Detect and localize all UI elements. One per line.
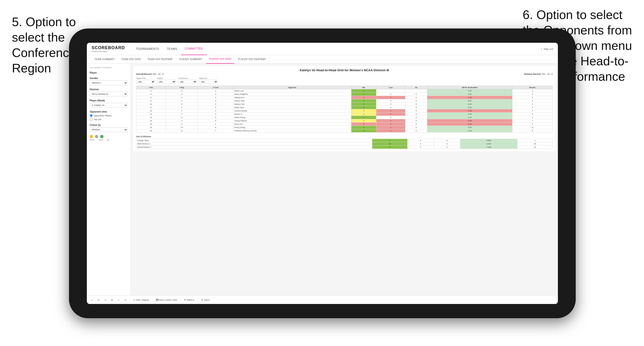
cell-opponent: Andrea York [233, 103, 351, 106]
cell-win: 1 [351, 119, 376, 123]
cell-rounds: 2 [512, 123, 552, 126]
division-select[interactable]: NCAA Division III [90, 92, 128, 96]
nav-teams[interactable]: TEAMS [163, 43, 181, 55]
out-cell-loss: 0 [407, 142, 434, 146]
subnav-team-summary[interactable]: TEAM SUMMARY [92, 55, 118, 64]
cell-loss: 2 [376, 113, 405, 116]
out-cell-tie: 0 [434, 146, 460, 149]
col-conf: # Conf [198, 86, 233, 89]
nav-committee[interactable]: COMMITTEE [181, 43, 207, 55]
out-cell-opponent: NCAA Division 2 [136, 146, 372, 149]
cell-opponent: Stella Cheng [233, 116, 351, 119]
col-reg: # Reg [166, 86, 198, 89]
cell-loss [376, 89, 405, 93]
cell-reg: 11 [166, 129, 198, 133]
division-record: Division Record: 331 - 34 - 6 [524, 73, 553, 75]
cell-conf: 3 [198, 103, 233, 106]
cell-reg: 3 [166, 89, 198, 93]
cell-div: 20 [136, 129, 166, 133]
subnav-player-summary[interactable]: PLAYER SUMMARY [176, 55, 205, 64]
out-cell-loss: 0 [407, 146, 434, 149]
cell-div: 16 [136, 119, 166, 123]
toolbar-view-original[interactable]: ⊙ View: Original [132, 298, 150, 302]
gender-select[interactable]: Women's [90, 80, 128, 85]
out-cell-opponent: Foreign Team [136, 139, 372, 142]
subnav-player-h2h-heatmap[interactable]: PLAYER H2H HEATMAP [235, 55, 269, 64]
colour-select[interactable]: Win/loss [90, 127, 128, 132]
nav-tournaments[interactable]: TOURNAMENTS [132, 43, 163, 55]
cell-loss: 2 [376, 123, 405, 126]
player-section: Player [90, 71, 128, 74]
cell-opponent: Alexis Sudjianto [233, 93, 351, 96]
out-cell-rounds: 30 [517, 142, 552, 146]
cell-rounds: 3 [512, 96, 552, 99]
cell-diff: 4.00 [427, 103, 512, 106]
out-cell-win: 1 [372, 139, 407, 142]
subnav-team-h2h-grid[interactable]: TEAM H2H GRID [118, 55, 144, 64]
player-rank-select[interactable]: 8. Katelyn Vo [90, 103, 128, 108]
toolbar-watch[interactable]: 👁 Watch ▾ [182, 298, 196, 302]
cell-div: 18 [136, 123, 166, 126]
cell-win: 1 [351, 109, 376, 113]
cell-conf: 5 [198, 116, 233, 119]
toolbar-btn2[interactable]: ⟳ [96, 298, 101, 302]
main-data-table: # Div # Reg # Conf Opponent Win Loss Tie… [136, 86, 553, 133]
opponents-filter-label: Opponents: [136, 77, 155, 79]
toolbar-redo[interactable]: ↪ [103, 298, 108, 302]
table-row: 10 6 3 Andrea York 2 0 0 4.00 4 [136, 103, 553, 106]
cell-opponent: Sydney Kuo [233, 96, 351, 99]
cell-reg: 2 [166, 119, 198, 123]
subnav-player-h2h-grid[interactable]: PLAYER H2H GRID [206, 55, 234, 64]
main-content: Last Updated: 27/03/2024 Player Gender W… [87, 64, 558, 295]
toolbar-btn5[interactable]: ✂ [116, 298, 121, 302]
cell-loss: 0 [376, 93, 405, 96]
table-row: 14 7 4 Eunice Yi 2 2 0 0.38 9 [136, 113, 553, 116]
opponent-view-label: Opponent view [90, 110, 128, 113]
cell-tie: 0 [406, 109, 427, 113]
toolbar-share[interactable]: ⬆ Share [200, 298, 211, 302]
cell-win: 2 [351, 113, 376, 116]
cell-win: 0 [351, 96, 376, 99]
cell-loss: 2 [376, 119, 405, 123]
tablet-device: SCOREBOARD Powered by clippd TOURNAMENTS… [69, 28, 576, 318]
out-cell-tie: 0 [434, 142, 460, 146]
opponents-filter-select[interactable]: (All) [136, 80, 155, 84]
toolbar-btn4[interactable]: ⊞ [110, 298, 114, 302]
cell-win: 2 [351, 129, 376, 133]
logo-text: SCOREBOARD [92, 45, 125, 50]
out-of-division: Out of division Foreign Team 1 0 0 4.500… [136, 135, 553, 149]
cell-rounds: 3 [512, 106, 552, 109]
conference-filter-select[interactable]: (All) [178, 80, 197, 84]
toolbar-undo[interactable]: ↩ [90, 298, 94, 302]
cell-rounds: 9 [512, 113, 552, 116]
tablet-screen: SCOREBOARD Powered by clippd TOURNAMENTS… [87, 43, 558, 304]
cell-opponent: Federica Domecq Lacroze [233, 129, 351, 133]
toolbar-btn6[interactable]: ◷ [123, 298, 128, 302]
cell-conf: 4 [198, 113, 233, 116]
colour-section: Colour by Win/loss [90, 124, 128, 132]
legend-up: Up [107, 139, 109, 141]
cell-diff: -0.94 [427, 119, 512, 123]
cell-win: 1 [351, 99, 376, 103]
radio-opponents-played[interactable]: Opponents Played [90, 114, 128, 117]
header-separator: | [541, 47, 542, 50]
cell-conf: 5 [198, 106, 233, 109]
sub-nav: TEAM SUMMARY TEAM H2H GRID TEAM H2H HEAT… [87, 55, 558, 64]
cell-diff: 4.00 [427, 93, 512, 96]
cell-rounds: 3 [512, 99, 552, 103]
cell-tie: 0 [406, 93, 427, 96]
radio-top100[interactable]: Top 100 [90, 118, 128, 121]
cell-conf: 7 [198, 129, 233, 133]
subnav-team-h2h-heatmap[interactable]: TEAM H2H HEATMAP [145, 55, 176, 64]
toolbar-save-custom[interactable]: 💾 Save Custom View [154, 298, 178, 302]
legend-level: Level [98, 139, 103, 141]
cell-win: 2 [351, 103, 376, 106]
opponent-filter-select[interactable]: (All) [199, 80, 218, 84]
col-div: # Div [136, 86, 166, 89]
col-rounds: Rounds [512, 86, 552, 89]
sign-out-link[interactable]: Sign out [544, 47, 553, 50]
region-filter-select[interactable]: (All) [157, 80, 176, 84]
cell-conf: 6 [198, 126, 233, 129]
logo-sub: Powered by clippd [92, 50, 125, 52]
cell-diff: 3.67 [427, 99, 512, 103]
